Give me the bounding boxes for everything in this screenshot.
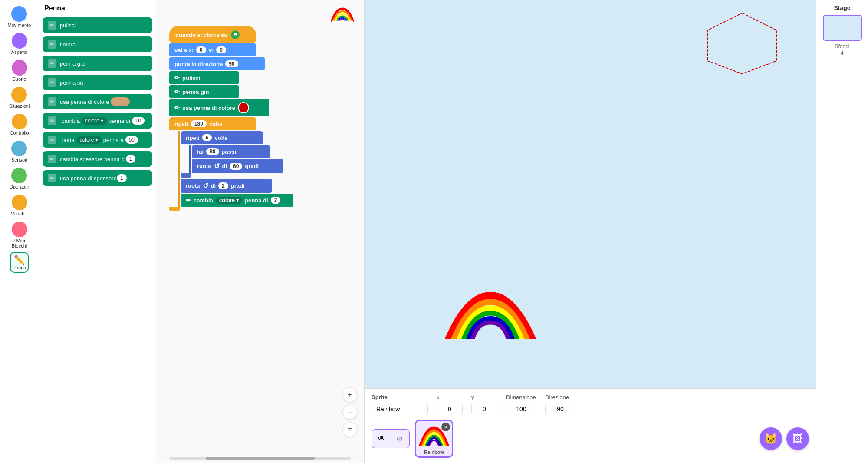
sprite-thumbnail[interactable]: Rainbow ✕ [415,420,453,458]
usa-penna-block[interactable]: ✏ usa penna di colore [169,99,269,116]
block-cambia-colore[interactable]: ✏ cambia colore ▾ penna di 10 [43,113,152,129]
sidebar-item-penna[interactable]: ✏️ Penna [10,252,29,273]
color-dot[interactable] [238,102,249,113]
cambia-value[interactable]: 10 [132,117,145,125]
fai-block[interactable]: fai 80 passi [192,145,270,158]
stage-panel-title: Stage [834,4,850,11]
repeat-180-header[interactable]: ripeti 180 volte [169,117,256,130]
repeat-6-block: ripeti 6 volte fai 80 passi [181,131,293,178]
sidebar-label-suono: Suono [13,76,26,82]
pen-icon-2: ✏ [48,40,56,49]
sidebar-item-controllo[interactable]: Controllo [8,112,30,137]
dimensione-input[interactable] [506,403,536,415]
repeat-6-header[interactable]: ripeti 6 volte [181,131,263,144]
svg-rect-3 [419,446,449,449]
ruota-60-block[interactable]: ruota ↺ di 60 gradi [192,159,283,173]
pen-icon-pulisci: ✏ [174,74,180,81]
script-canvas[interactable]: quando si clicca su ⚑ vai a x: 0 y: 0 pu… [156,0,364,463]
block-pulisci[interactable]: ✏ pulisci [43,17,152,33]
rotate-icon-2: ↺ [203,182,208,190]
add-stage-button[interactable]: 🖼 [786,427,809,450]
suono-icon [12,60,27,76]
zoom-out-button[interactable]: − [342,405,357,420]
zoom-in-button[interactable]: + [342,387,357,402]
repeat-6-value[interactable]: 6 [202,134,212,141]
operatori-icon [11,168,27,183]
cambia-colore-value[interactable]: 2 [271,197,281,204]
sprite-delete-button[interactable]: ✕ [441,423,450,431]
porta-dropdown[interactable]: colore ▾ [76,136,102,144]
hat-label: quando si clicca su [175,32,227,38]
y-input[interactable] [471,403,497,415]
block-timbra[interactable]: ✏ timbra [43,36,152,52]
svg-rect-2 [443,339,538,348]
vai-x[interactable]: 0 [196,46,206,53]
block-usa-penna-colore[interactable]: ✏ usa penna di colore [43,94,152,109]
sidebar-item-miei-blocchi[interactable]: I MieiBlocchi [10,220,29,250]
sidebar-item-operatori[interactable]: Operatori [8,166,31,191]
colore-dropdown[interactable]: colore ▾ [82,117,107,125]
vai-label: vai a x: [174,47,194,53]
vis-show-button[interactable]: 👁 [375,431,389,446]
penna-giu-label: penna giù [182,89,209,95]
sidebar-label-controllo: Controllo [10,130,29,136]
sidebar-item-movimento[interactable]: Movimento [6,4,33,30]
sensori-icon [11,141,27,156]
x-input[interactable] [437,403,463,415]
sidebar-item-variabili[interactable]: Variabili [9,193,29,218]
fit-button[interactable]: = [342,422,357,437]
pen-icon-5: ✏ [48,97,56,106]
sidebar-label-operatori: Operatori [10,184,30,189]
ruota-2-block[interactable]: ruota ↺ di 2 gradi [181,179,272,193]
block-stack-main: quando si clicca su ⚑ vai a x: 0 y: 0 pu… [169,26,293,211]
pen-icon-giu: ✏ [174,88,180,95]
sidebar-item-situazioni[interactable]: Situazioni [7,85,32,110]
repeat-180-value[interactable]: 180 [191,120,207,127]
vai-y[interactable]: 0 [216,46,226,53]
sprite-thumb-label: Rainbow [424,450,444,455]
cambia-colore-block[interactable]: ✏ cambia colore ▾ penna di 2 [181,194,293,207]
hat-block[interactable]: quando si clicca su ⚑ [169,26,256,43]
horizontal-scrollbar[interactable] [169,457,351,460]
x-coord-section: x [437,394,463,415]
porta-value[interactable]: 50 [125,136,138,144]
pulisci-block[interactable]: ✏ pulisci [169,71,239,84]
ruota-60-value[interactable]: 60 [230,163,242,170]
stage-mini-thumbnail[interactable] [823,15,862,41]
block-usa-spessore[interactable]: ✏ usa penna di spessore 1 [43,170,152,186]
fai-value[interactable]: 80 [206,148,219,155]
pen-icon-cambia: ✏ [186,197,191,204]
sidebar-item-suono[interactable]: Suono [10,58,29,83]
cambia-dropdown[interactable]: colore ▾ [216,197,242,204]
sidebar-item-sensori[interactable]: Sensori [10,139,29,164]
vis-hide-button[interactable]: ⊘ [392,431,407,446]
usa-spessore-value[interactable]: 1 [117,174,127,182]
direzione-input[interactable] [545,403,575,415]
sidebar-item-aspetto[interactable]: Aspetto [10,31,29,56]
scrollbar-thumb[interactable] [206,457,315,460]
block-porta-colore[interactable]: ✏ porta colore ▾ penna a 50 [43,132,152,148]
pen-icon-7: ✏ [48,136,56,144]
category-sidebar: Movimento Aspetto Suono Situazioni Contr… [0,0,39,463]
sidebar-label-aspetto: Aspetto [11,50,27,55]
sprite-preview [329,4,355,27]
block-penna-su[interactable]: ✏ penna su [43,75,152,90]
sprite-label: Sprite [372,394,428,400]
spessore-value[interactable]: 1 [126,155,136,163]
ruota-2-value[interactable]: 2 [218,182,228,189]
svg-rect-0 [332,21,353,24]
movimento-icon [11,6,27,22]
add-sprite-button[interactable]: 🐱 [760,427,782,450]
vai-block[interactable]: vai a x: 0 y: 0 [169,43,256,56]
sprite-name-input[interactable] [372,403,428,415]
pen-icon-9: ✏ [48,174,56,182]
block-cambia-spessore[interactable]: ✏ cambia spessore penna di 1 [43,151,152,167]
punta-block[interactable]: punta in direzione 90 [169,57,265,70]
stage-rainbow [443,287,538,354]
punta-value[interactable]: 90 [225,60,238,67]
usa-penna-label: usa penna di colore [182,105,235,111]
penna-giu-block[interactable]: ✏ penna giù [169,85,239,98]
blocks-panel-title: Penna [43,4,152,12]
block-penna-giu[interactable]: ✏ penna giù [43,56,152,71]
dimensione-section: Dimensione [506,394,536,415]
